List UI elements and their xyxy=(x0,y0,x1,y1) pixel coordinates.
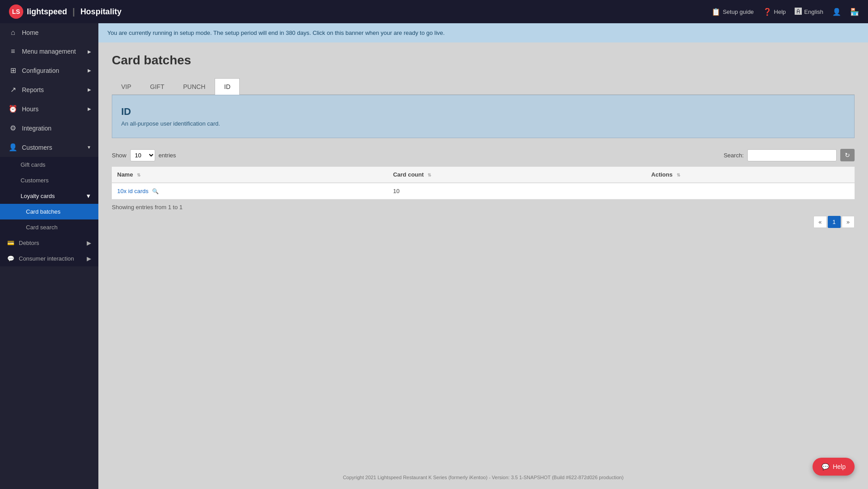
pagination-next[interactable]: » xyxy=(842,216,855,228)
sidebar-item-hours[interactable]: ⏰ Hours ▶ xyxy=(0,99,98,118)
chevron-right-icon: ▶ xyxy=(87,255,91,262)
footer-text: Copyright 2021 Lightspeed Restaurant K S… xyxy=(343,475,624,480)
app-body: ⌂ Home ≡ Menu management ▶ ⊞ Configurati… xyxy=(0,23,868,489)
help-nav-icon: ❓ xyxy=(763,8,772,16)
sidebar-item-gift-cards[interactable]: Gift cards xyxy=(0,157,98,173)
cell-actions xyxy=(646,183,855,199)
customers-sub-label: Customers xyxy=(21,177,49,184)
sort-icon: ⇅ xyxy=(677,173,680,177)
chevron-right-icon: ▶ xyxy=(88,68,91,73)
configuration-icon: ⊞ xyxy=(8,66,17,75)
setup-guide-button[interactable]: 📋 Setup guide xyxy=(711,8,754,16)
card-search-label: Card search xyxy=(26,224,58,231)
tab-vip[interactable]: VIP xyxy=(112,78,141,95)
help-fab-icon: 💬 xyxy=(821,463,829,470)
sidebar-item-customers[interactable]: 👤 Customers ▼ xyxy=(0,138,98,157)
debtors-label: Debtors xyxy=(19,240,39,246)
sidebar-item-label: Hours xyxy=(22,105,38,113)
logo-icon: LS xyxy=(9,4,23,19)
top-navigation: LS lightspeed | Hospitality 📋 Setup guid… xyxy=(0,0,868,23)
loyalty-cards-chevron: ▼ xyxy=(85,193,91,199)
tab-punch[interactable]: PUNCH xyxy=(174,78,215,95)
page-title: Card batches xyxy=(112,53,855,67)
store-icon: 🏪 xyxy=(850,8,859,16)
sort-icon: ⇅ xyxy=(428,173,431,177)
pagination: « 1 » xyxy=(112,216,855,228)
consumer-interaction-label: Consumer interaction xyxy=(19,255,74,262)
sidebar-item-menu-management[interactable]: ≡ Menu management ▶ xyxy=(0,42,98,61)
search-label: Search: xyxy=(724,152,744,159)
home-icon: ⌂ xyxy=(8,29,17,37)
pagination-current[interactable]: 1 xyxy=(828,216,841,228)
store-selector[interactable]: 🏪 xyxy=(850,8,859,16)
setup-banner[interactable]: You are currently running in setup mode.… xyxy=(98,23,868,42)
logo-text: lightspeed xyxy=(27,7,67,17)
sidebar-item-home[interactable]: ⌂ Home xyxy=(0,23,98,42)
sidebar-item-label: Reports xyxy=(22,86,44,93)
table-row: 10x id cards 🔍 10 xyxy=(112,183,855,199)
sidebar-item-consumer-interaction[interactable]: 💬 Consumer interaction ▶ xyxy=(0,251,98,266)
language-selector[interactable]: 🅰 English xyxy=(795,8,823,16)
loyalty-cards-submenu: Card batches Card search xyxy=(0,204,98,235)
chevron-right-icon: ▶ xyxy=(87,240,91,246)
sidebar-item-reports[interactable]: ↗ Reports ▶ xyxy=(0,80,98,99)
page-footer: Copyright 2021 Lightspeed Restaurant K S… xyxy=(98,466,868,489)
help-fab-button[interactable]: 💬 Help xyxy=(813,458,855,476)
topnav-right: 📋 Setup guide ❓ Help 🅰 English 👤 🏪 xyxy=(711,8,859,16)
help-fab-label: Help xyxy=(833,463,846,470)
sidebar-item-loyalty-cards[interactable]: Loyalty cards ▼ xyxy=(0,188,98,204)
setup-guide-icon: 📋 xyxy=(711,8,720,16)
sidebar-item-card-search[interactable]: Card search xyxy=(0,219,98,235)
entries-select[interactable]: 10 25 50 100 xyxy=(130,149,155,161)
showing-entries-text: Showing entries from 1 to 1 xyxy=(112,204,855,211)
sidebar-item-label: Menu management xyxy=(22,48,76,55)
page-content: Card batches VIP GIFT PUNCH ID ID An all… xyxy=(98,42,868,466)
show-entries-control: Show 10 25 50 100 entries xyxy=(112,149,176,161)
chevron-right-icon: ▶ xyxy=(88,87,91,92)
col-name[interactable]: Name ⇅ xyxy=(112,167,388,183)
tab-id[interactable]: ID xyxy=(215,78,240,95)
gift-cards-label: Gift cards xyxy=(21,161,46,168)
entries-label: entries xyxy=(159,152,176,159)
search-input[interactable] xyxy=(747,149,837,161)
hours-icon: ⏰ xyxy=(8,105,17,113)
card-batches-label: Card batches xyxy=(26,208,60,215)
sidebar-item-card-batches[interactable]: Card batches xyxy=(0,204,98,219)
sidebar-item-label: Customers xyxy=(22,144,52,151)
logo-separator: | xyxy=(72,7,75,17)
help-nav-label: Help xyxy=(774,8,786,15)
help-nav-button[interactable]: ❓ Help xyxy=(763,8,786,16)
id-section-description: An all-purpose user identification card. xyxy=(121,120,845,127)
refresh-button[interactable]: ↻ xyxy=(840,149,855,161)
sidebar-item-customers-sub[interactable]: Customers xyxy=(0,173,98,188)
menu-management-icon: ≡ xyxy=(8,47,17,55)
debtors-icon: 💳 xyxy=(7,240,14,246)
sort-icon: ⇅ xyxy=(137,173,140,177)
search-row-icon[interactable]: 🔍 xyxy=(152,188,159,194)
integration-icon: ⚙ xyxy=(8,124,17,132)
logo-product: Hospitality xyxy=(80,7,122,17)
chevron-right-icon: ▶ xyxy=(88,49,91,54)
pagination-prev[interactable]: « xyxy=(813,216,826,228)
tabs-container: VIP GIFT PUNCH ID xyxy=(112,78,855,95)
show-label: Show xyxy=(112,152,127,159)
search-area: Search: ↻ xyxy=(724,149,855,161)
sidebar-item-configuration[interactable]: ⊞ Configuration ▶ xyxy=(0,61,98,80)
cell-card-count: 10 xyxy=(388,183,646,199)
sidebar-item-label: Home xyxy=(22,29,38,36)
user-profile-button[interactable]: 👤 xyxy=(832,8,841,16)
id-section-title: ID xyxy=(121,106,845,118)
col-actions[interactable]: Actions ⇅ xyxy=(646,167,855,183)
user-icon: 👤 xyxy=(832,8,841,16)
tab-gift[interactable]: GIFT xyxy=(141,78,174,95)
data-table: Name ⇅ Card count ⇅ Actions ⇅ 10x id car xyxy=(112,167,855,199)
customers-icon: 👤 xyxy=(8,143,17,152)
col-card-count[interactable]: Card count ⇅ xyxy=(388,167,646,183)
chevron-right-icon: ▶ xyxy=(88,106,91,111)
sidebar-item-integration[interactable]: ⚙ Integration xyxy=(0,118,98,138)
app-logo[interactable]: LS lightspeed | Hospitality xyxy=(9,4,122,19)
sidebar-item-label: Configuration xyxy=(22,67,59,74)
sidebar-item-debtors[interactable]: 💳 Debtors ▶ xyxy=(0,235,98,251)
consumer-interaction-icon: 💬 xyxy=(7,255,14,262)
row-name-link[interactable]: 10x id cards xyxy=(117,188,148,194)
